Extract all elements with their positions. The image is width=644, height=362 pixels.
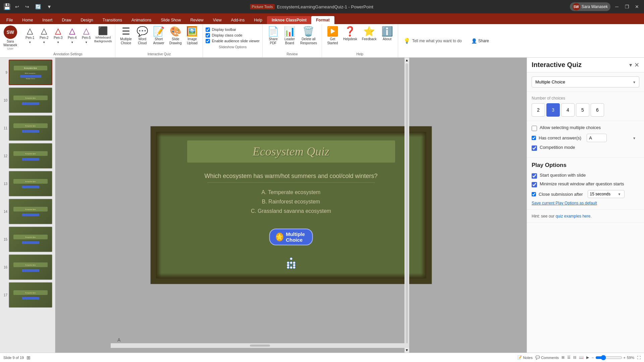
- has-correct-checkbox[interactable]: [532, 136, 536, 140]
- user-pill[interactable]: SW Sara Wanasek: [570, 2, 610, 11]
- slide-panel[interactable]: 9 Ecosystem Quiz Which ecosystem... Mult…: [0, 58, 55, 353]
- zoom-in-btn[interactable]: +: [624, 356, 626, 360]
- image-upload-btn[interactable]: 🖼️ ImageUpload: [184, 25, 200, 47]
- tab-inknoe[interactable]: Inknoe ClassPoint: [267, 16, 311, 24]
- undo-btn[interactable]: ↩: [13, 3, 21, 10]
- correct-answer-select[interactable]: A B C: [587, 134, 607, 142]
- notes-btn[interactable]: 📝 Notes: [517, 355, 533, 360]
- tab-design[interactable]: Design: [76, 16, 98, 24]
- competition-mode-row[interactable]: Competition mode: [532, 145, 639, 151]
- tab-draw[interactable]: Draw: [57, 16, 76, 24]
- leaderboard-btn[interactable]: 📊 LeaderBoard: [282, 25, 298, 47]
- normal-view-btn[interactable]: ⊞: [561, 355, 565, 360]
- panel-close-btn[interactable]: ✕: [634, 61, 639, 69]
- share-section[interactable]: 👤 Share: [467, 24, 493, 57]
- choice-4-btn[interactable]: 4: [561, 103, 575, 117]
- slide-sorter-btn[interactable]: ⊟: [573, 355, 576, 360]
- choice-6-btn[interactable]: 6: [591, 103, 604, 117]
- mc-badge[interactable]: ⭐ Multiple Choice: [269, 229, 313, 245]
- tab-review[interactable]: Review: [185, 16, 208, 24]
- tab-transitions[interactable]: Transitions: [98, 16, 127, 24]
- tell-me-text[interactable]: Tell me what you want to do: [412, 39, 462, 43]
- share-pdf-btn[interactable]: 📄 SharePDF: [265, 25, 281, 47]
- zoom-slider[interactable]: [595, 355, 622, 360]
- short-answer-btn[interactable]: 📝 ShortAnswer: [151, 25, 167, 47]
- slide-thumb-13[interactable]: 13 Ecosystem Quiz: [1, 170, 54, 197]
- delete-responses-btn[interactable]: 🗑️ Delete allResponses: [298, 25, 319, 47]
- allow-multiple-row[interactable]: Allow selecting multiple choices: [532, 125, 639, 131]
- fit-to-window-btn[interactable]: ⛶: [637, 356, 641, 360]
- pen2-btn[interactable]: △ Pen-2 ▼: [37, 25, 51, 45]
- tab-home[interactable]: Home: [17, 16, 38, 24]
- whiteboard-btn[interactable]: ⬛ WhiteboardBackgrounds: [94, 25, 112, 45]
- vscroll-up[interactable]: ▲: [405, 58, 409, 63]
- tab-insert[interactable]: Insert: [38, 16, 57, 24]
- slide-thumb-17[interactable]: 17 Ecosystem Quiz: [1, 282, 54, 308]
- check-audience[interactable]: Enable audience slide viewer: [206, 39, 259, 43]
- outline-view-btn[interactable]: ☰: [567, 355, 571, 360]
- minimize-result-checkbox[interactable]: [532, 182, 537, 187]
- tab-help[interactable]: Help: [249, 16, 267, 24]
- competition-mode-checkbox[interactable]: [532, 145, 537, 151]
- slide-thumb-15[interactable]: 15 Ecosystem Quiz: [1, 226, 54, 253]
- feedback-btn[interactable]: ⭐ Feedback: [360, 25, 379, 43]
- allow-multiple-checkbox[interactable]: [532, 126, 537, 131]
- close-submission-checkbox[interactable]: [532, 192, 536, 196]
- slide-thumb-12[interactable]: 12 Ecosystem Quiz: [1, 142, 54, 169]
- minimize-result-row[interactable]: Minimize result window after question st…: [532, 181, 639, 187]
- start-with-slide-checkbox[interactable]: [532, 173, 537, 179]
- helpdesk-btn[interactable]: ❓ Helpdesk: [341, 25, 359, 43]
- classcode-checkbox[interactable]: [206, 33, 210, 38]
- vscroll-down[interactable]: ▼: [405, 348, 409, 353]
- slide-thumb-14[interactable]: 14 Ecosystem Quiz: [1, 198, 54, 225]
- slide-hscroll[interactable]: [111, 343, 409, 348]
- choice-2-btn[interactable]: 2: [532, 103, 545, 117]
- pen1-btn[interactable]: △ Pen-1 ▼: [23, 25, 37, 45]
- zoom-out-btn[interactable]: −: [592, 356, 594, 360]
- slide-thumb-16[interactable]: 16 Ecosystem Quiz: [1, 254, 54, 281]
- tab-slideshow[interactable]: Slide Show: [156, 16, 185, 24]
- reading-view-btn[interactable]: 📖: [579, 355, 584, 360]
- repeat-btn[interactable]: 🔄: [34, 3, 43, 10]
- accessibility-btn[interactable]: ⊞: [26, 355, 31, 360]
- tab-animations[interactable]: Animations: [127, 16, 156, 24]
- hscroll-thumb[interactable]: [250, 345, 270, 347]
- get-started-btn[interactable]: ▶️ GetStarted: [325, 25, 340, 47]
- save-play-options-link[interactable]: Save current Play Options as default: [532, 201, 639, 205]
- check-classcode[interactable]: Display class code: [206, 33, 259, 38]
- vscroll-thumb[interactable]: [406, 63, 408, 347]
- about-btn[interactable]: ℹ️ About: [379, 25, 395, 43]
- panel-dropdown-btn[interactable]: ▼: [628, 61, 633, 69]
- tab-addins[interactable]: Add-ins: [226, 16, 250, 24]
- restore-btn[interactable]: ❐: [623, 3, 631, 10]
- word-cloud-btn[interactable]: 💬 WordCloud: [135, 25, 150, 47]
- slide-vscroll[interactable]: ▲ ▼: [405, 58, 409, 353]
- pen5-btn[interactable]: △ Pen-5 ▼: [79, 25, 93, 45]
- slide-drawing-btn[interactable]: 🎨 SlideDrawing: [167, 25, 184, 47]
- slide-thumb-11[interactable]: 11 Ecosystem Quiz: [1, 115, 54, 141]
- tab-format[interactable]: Format: [311, 16, 334, 24]
- type-select[interactable]: Multiple Choice Word Cloud Short Answer: [532, 76, 639, 87]
- choice-3-btn[interactable]: 3: [546, 103, 560, 117]
- seconds-select[interactable]: 15 seconds 30 seconds 60 seconds: [588, 190, 625, 198]
- mc-badge-container[interactable]: ⭐ Multiple Choice: [290, 262, 292, 266]
- audience-checkbox[interactable]: [206, 39, 210, 43]
- comments-btn[interactable]: 💬 Comments: [535, 355, 559, 360]
- check-toolbar[interactable]: Display toolbar: [206, 27, 259, 32]
- minimize-btn[interactable]: ─: [613, 3, 621, 10]
- redo-btn[interactable]: ↪: [23, 3, 31, 10]
- tab-file[interactable]: File: [2, 16, 17, 24]
- choice-5-btn[interactable]: 5: [576, 103, 589, 117]
- slideshow-btn[interactable]: ▶: [586, 355, 589, 360]
- customize-btn[interactable]: ▼: [45, 3, 53, 10]
- tab-view[interactable]: View: [208, 16, 226, 24]
- slide-thumb-10[interactable]: 10 Ecosystem Quiz: [1, 87, 54, 114]
- pen3-btn[interactable]: △ Pen-3 ▼: [51, 25, 65, 45]
- start-with-slide-row[interactable]: Start question with slide: [532, 173, 639, 179]
- toolbar-checkbox[interactable]: [206, 27, 210, 32]
- multiple-choice-btn[interactable]: ☰ MultipleChoice: [118, 25, 133, 47]
- hint-link[interactable]: quiz examples here: [555, 214, 590, 219]
- pen4-btn[interactable]: △ Pen-4 ▼: [65, 25, 79, 45]
- close-btn[interactable]: ✕: [633, 3, 641, 10]
- slide-thumb-9[interactable]: 9 Ecosystem Quiz Which ecosystem... Mult…: [1, 59, 54, 86]
